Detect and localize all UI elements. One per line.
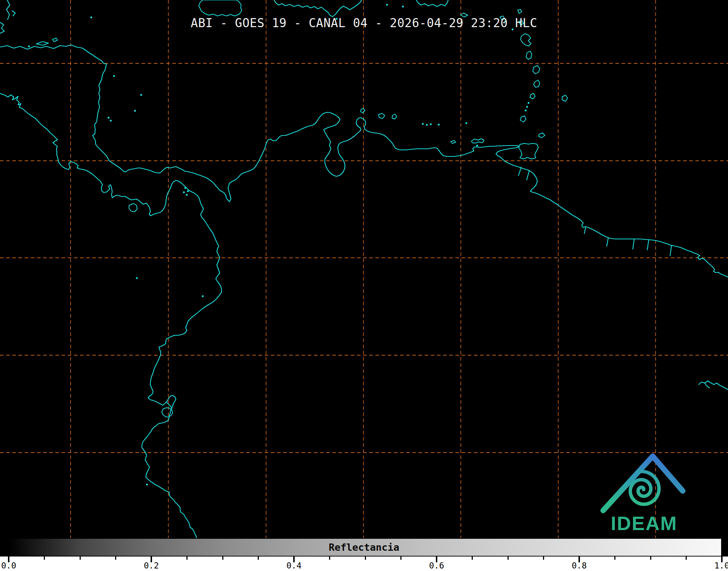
small-island-dot — [426, 124, 428, 126]
small-island-dot — [465, 122, 467, 124]
satellite-image-product: IDEAM ABI - GOES 19 - CANAL 04 - 2026-04… — [0, 0, 728, 571]
small-island-dot — [526, 106, 528, 108]
colorbar-tick — [258, 557, 259, 560]
small-island-dot — [187, 190, 189, 192]
small-island-dot — [476, 144, 478, 146]
small-island-dot — [402, 5, 404, 7]
colorbar-tick — [80, 557, 81, 560]
small-island-dot — [438, 123, 439, 125]
colorbar-tick — [115, 557, 116, 560]
small-island-dot — [28, 45, 30, 47]
small-island-dot — [430, 123, 432, 125]
colorbar-tick — [508, 557, 509, 560]
colorbar-tick — [329, 557, 330, 560]
small-island-dot — [184, 187, 186, 189]
colorbar-tick — [400, 557, 401, 560]
small-island-dot — [110, 119, 111, 121]
colorbar-tick-label: 1.0 — [714, 561, 728, 570]
colorbar-tick — [44, 557, 45, 560]
colorbar-tick-label: 0.0 — [1, 561, 16, 570]
colorbar-tick-label: 0.8 — [572, 561, 587, 570]
colorbar-axis: 0.00.20.40.60.81.0 — [0, 557, 728, 571]
small-island-dot — [108, 117, 109, 118]
small-island-dot — [186, 194, 188, 196]
small-island-dot — [146, 483, 148, 485]
small-island-dot — [113, 75, 115, 77]
small-island-dot — [136, 277, 138, 279]
small-island-dot — [202, 295, 203, 297]
colorbar-tick-label: 0.2 — [144, 561, 159, 570]
small-island-dot — [386, 4, 388, 5]
colorbar-tick — [222, 557, 223, 560]
colorbar-tick — [186, 557, 188, 560]
colorbar-tick — [686, 557, 687, 560]
satellite-map: IDEAM — [0, 0, 728, 571]
colorbar-tick — [650, 557, 651, 560]
small-island-dot — [134, 110, 136, 112]
small-island-dot — [527, 102, 529, 104]
small-island-dot — [525, 109, 526, 111]
small-island-dot — [183, 191, 185, 193]
small-island-dot — [422, 123, 424, 125]
logo-text: IDEAM — [611, 512, 677, 534]
colorbar-tick-label: 0.4 — [286, 561, 302, 570]
colorbar-label: Reflectancia — [0, 542, 728, 553]
colorbar-tick — [472, 557, 473, 560]
reflectance-field — [0, 0, 728, 571]
colorbar-tick — [614, 557, 615, 560]
small-island-dot — [140, 94, 142, 96]
image-title: ABI - GOES 19 - CANAL 04 - 2026-04-29 23… — [0, 16, 728, 30]
colorbar-tick — [365, 557, 366, 560]
colorbar-tick-label: 0.6 — [429, 561, 444, 570]
colorbar-tick — [543, 557, 544, 560]
